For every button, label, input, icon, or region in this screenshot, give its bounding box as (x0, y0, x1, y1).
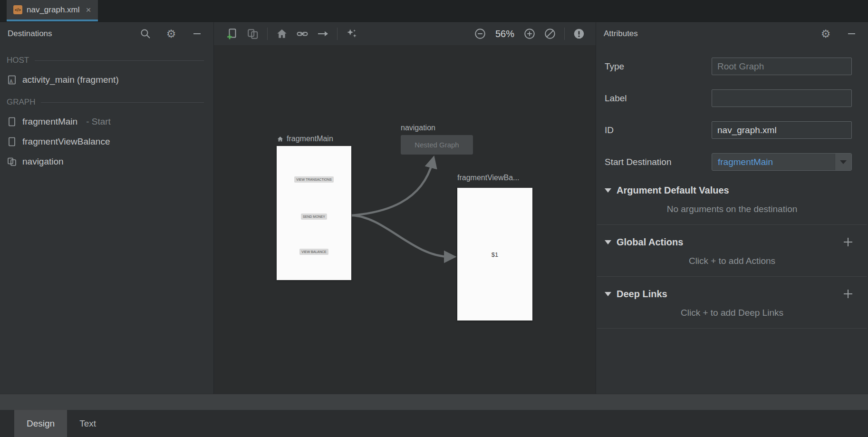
hide-attributes-button[interactable] (845, 28, 858, 40)
dest-item-label: navigation (22, 156, 64, 167)
attributes-title: Attributes (604, 29, 638, 39)
label-label: Label (605, 93, 627, 104)
auto-arrange-button[interactable] (346, 28, 358, 40)
expander-icon (605, 240, 611, 244)
dest-item-activity-main[interactable]: A activity_main (fragment) (0, 70, 213, 90)
add-destination-button[interactable] (226, 28, 239, 40)
fragment-view-balance-node[interactable]: $1 (457, 188, 532, 320)
navigation-label[interactable]: navigation (401, 124, 435, 132)
add-action-button[interactable] (842, 236, 854, 248)
toolbar-separator (267, 28, 268, 40)
zoom-out-button[interactable] (474, 28, 486, 40)
type-label: Type (605, 61, 624, 72)
deep-links-hint: Click + to add Deep Links (596, 308, 868, 318)
action-to-nested-graph (352, 162, 433, 215)
fragment-main-node[interactable]: VIEW TRANSACTIONS SEND MONEY VIEW BALANC… (277, 146, 351, 280)
search-icon (140, 28, 151, 39)
add-action-button-toolbar[interactable] (317, 28, 329, 40)
destinations-settings-button[interactable]: ⚙ (165, 28, 177, 40)
expander-icon (605, 188, 611, 193)
magic-wand-icon (346, 28, 358, 40)
canvas-toolbar: 56% (214, 22, 596, 45)
add-deep-link-button[interactable] (842, 288, 854, 300)
set-start-destination-button[interactable] (276, 28, 288, 40)
attributes-settings-button[interactable]: ⚙ (820, 28, 832, 40)
new-nested-graph-button[interactable] (247, 28, 259, 40)
attributes-header: Attributes ⚙ (596, 22, 868, 45)
section-global-actions[interactable]: Global Actions (596, 236, 868, 248)
section-title: Argument Default Values (617, 185, 729, 196)
tab-close-icon[interactable]: × (86, 5, 91, 14)
dest-item-fragment-view-balance[interactable]: fragmentViewBalance (0, 132, 213, 152)
action-arrow-icon (317, 28, 329, 40)
attributes-content: Type Label ID Start Destination fragment… (596, 45, 868, 329)
toolbar-separator (564, 28, 565, 40)
fragment-main-title: fragmentMain (287, 135, 333, 143)
section-separator (597, 328, 867, 329)
navigation-title: navigation (401, 124, 435, 132)
start-destination-label: Start Destination (605, 157, 671, 167)
zoom-level: 56% (495, 29, 514, 39)
fragment-icon (7, 117, 17, 127)
destinations-header: Destinations ⚙ (0, 22, 213, 45)
start-suffix: - Start (86, 117, 111, 127)
activity-icon: A (7, 75, 17, 85)
type-input[interactable] (712, 58, 852, 75)
toolbar-separator (337, 28, 338, 40)
section-title: Global Actions (617, 237, 683, 248)
section-rule (35, 60, 204, 61)
search-button[interactable] (139, 28, 152, 40)
android-studio-nav-editor: </> nav_graph.xml × Destinations ⚙ (0, 0, 868, 437)
field-type: Type (596, 58, 868, 75)
design-canvas-column: 56% (214, 22, 596, 394)
zoom-in-icon (523, 27, 536, 40)
label-input[interactable] (712, 89, 852, 107)
host-section-label: HOST (7, 56, 29, 65)
section-argument-defaults[interactable]: Argument Default Values (596, 185, 868, 196)
dest-item-label: activity_main (fragment) (22, 75, 119, 85)
global-actions-hint: Click + to add Actions (596, 256, 868, 266)
zoom-in-button[interactable] (523, 28, 536, 40)
home-icon (276, 28, 288, 40)
chevron-down-icon (840, 160, 847, 164)
fragment-icon (7, 136, 17, 147)
section-rule (41, 102, 204, 103)
tab-design-label: Design (27, 418, 55, 429)
dropdown-arrow-zone[interactable] (835, 154, 851, 170)
minimize-icon (193, 33, 201, 34)
deep-link-button[interactable] (296, 28, 309, 40)
id-input[interactable] (712, 121, 852, 139)
zoom-out-icon (474, 27, 486, 40)
nested-graph-icon (247, 28, 259, 40)
nested-graph-icon (7, 156, 17, 167)
warning-icon (573, 28, 585, 40)
nav-graph-surface[interactable]: fragmentMain VIEW TRANSACTIONS SEND MONE… (214, 45, 596, 394)
dest-item-navigation[interactable]: navigation (0, 152, 213, 172)
hide-panel-button[interactable] (191, 28, 203, 40)
minimize-icon (848, 33, 855, 34)
section-separator (597, 276, 867, 277)
fragment-view-balance-label[interactable]: fragmentViewBa... (457, 174, 519, 182)
gear-icon: ⚙ (821, 29, 831, 39)
action-edges[interactable] (214, 45, 596, 394)
main-area: Destinations ⚙ HOST (0, 22, 868, 394)
arguments-hint: No arguments on the destination (596, 204, 868, 214)
expander-icon (605, 292, 611, 296)
section-deep-links[interactable]: Deep Links (596, 288, 868, 300)
zoom-to-fit-button[interactable] (544, 28, 556, 40)
field-label: Label (596, 89, 868, 107)
tab-text-label: Text (79, 418, 96, 429)
start-home-icon (277, 136, 284, 143)
nested-graph-node[interactable]: Nested Graph (401, 135, 473, 155)
nested-graph-node-label: Nested Graph (415, 141, 459, 149)
field-id: ID (596, 121, 868, 139)
fragment-main-label[interactable]: fragmentMain (277, 135, 333, 143)
issues-button[interactable] (573, 28, 585, 40)
start-destination-dropdown[interactable]: fragmentMain (712, 153, 852, 171)
editor-tab-bar: </> nav_graph.xml × (0, 0, 868, 22)
dest-item-fragment-main[interactable]: fragmentMain - Start (0, 112, 213, 132)
editor-tab-nav-graph[interactable]: </> nav_graph.xml × (7, 0, 98, 21)
preview-balance-text: $1 (492, 251, 498, 258)
tab-design[interactable]: Design (14, 410, 67, 437)
tab-text[interactable]: Text (67, 410, 108, 437)
